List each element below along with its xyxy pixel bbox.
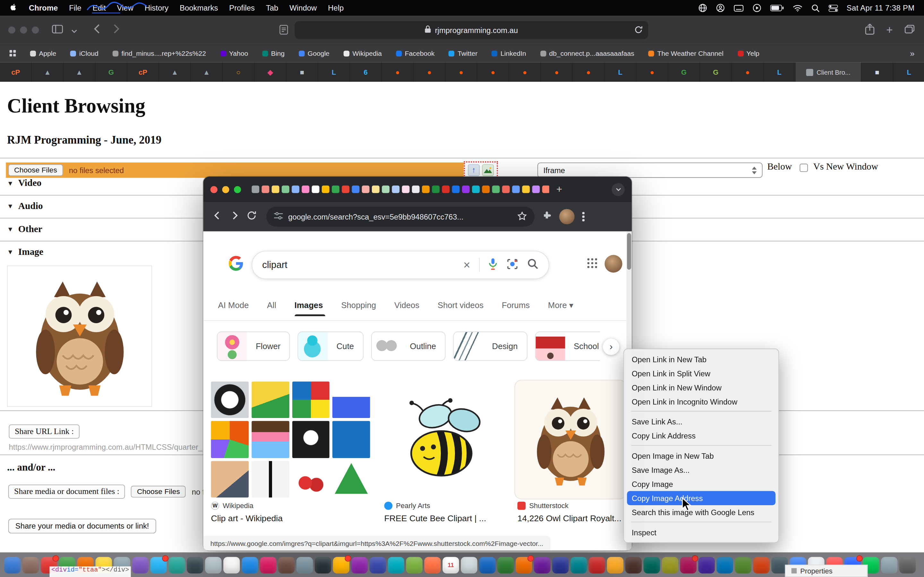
reload-icon[interactable] [635, 26, 642, 35]
menu-bar-item[interactable]: Window [289, 3, 317, 13]
globe-icon[interactable] [698, 3, 707, 13]
dock-icon[interactable] [333, 557, 349, 573]
dock-icon[interactable] [351, 557, 368, 573]
browser-tab[interactable]: ▲ [63, 63, 95, 82]
mini-tab-favicon[interactable] [362, 185, 370, 193]
mini-tab-favicon[interactable] [382, 185, 389, 193]
bookmark-item[interactable]: Yahoo [220, 50, 248, 57]
dock-icon[interactable] [406, 557, 423, 573]
mini-tab-favicon[interactable] [332, 185, 339, 193]
context-menu-item[interactable]: Search this image with Google Lens [624, 505, 779, 519]
results-nav-tab[interactable]: Videos [394, 300, 422, 316]
minimize-window-button[interactable] [222, 185, 229, 193]
battery-icon[interactable] [770, 5, 783, 11]
section-header-other[interactable]: ▼ Other [7, 224, 42, 234]
dock-icon[interactable] [388, 557, 404, 573]
menu-bar-item[interactable]: Help [328, 3, 344, 13]
browser-tab[interactable]: L [893, 63, 924, 82]
profile-avatar[interactable] [604, 255, 622, 272]
dock-icon[interactable] [497, 557, 514, 573]
bookmark-item[interactable]: Bing [262, 50, 284, 57]
dock-icon[interactable] [260, 557, 276, 573]
browser-tab[interactable]: ● [541, 63, 573, 82]
browser-tab[interactable]: L [764, 63, 795, 82]
wifi-icon[interactable] [792, 5, 803, 11]
vs-new-window-checkbox[interactable] [800, 164, 808, 172]
search-chip[interactable]: Outline [371, 332, 445, 361]
active-tab[interactable]: Client Bro... [796, 63, 862, 82]
mini-tab-favicon[interactable] [372, 185, 380, 193]
now-playing-icon[interactable] [752, 3, 761, 13]
results-nav-tab[interactable]: More ▾ [548, 300, 573, 316]
menu-bar-item[interactable]: Profiles [229, 3, 255, 13]
mini-tab-favicon[interactable] [402, 185, 410, 193]
profile-avatar[interactable] [559, 209, 575, 224]
dock-icon[interactable] [716, 557, 733, 573]
menu-bar-item[interactable]: Chrome [29, 3, 58, 13]
context-menu-item[interactable]: Open Link in Split View [624, 366, 779, 380]
dock-icon[interactable] [589, 557, 605, 573]
share-url-input[interactable]: https://www.rjmprogramming.com.au/HTMLCS… [9, 443, 209, 452]
choose-files-button[interactable]: Choose Files [8, 164, 63, 176]
context-menu-item[interactable]: Open Link in Incognito Window [624, 395, 779, 409]
mini-tab-favicon[interactable] [292, 185, 299, 193]
chevron-down-icon[interactable] [71, 25, 77, 35]
apple-menu-icon[interactable] [9, 2, 18, 13]
chips-next-arrow[interactable]: › [603, 338, 619, 355]
browser-tab[interactable]: ● [477, 63, 509, 82]
mini-tab-favicon[interactable] [302, 185, 309, 193]
context-menu-item[interactable]: Save Link As... [624, 414, 779, 429]
section-header-video[interactable]: ▼ Video [7, 178, 41, 189]
forward-button[interactable] [230, 211, 239, 223]
browser-tab[interactable]: G [700, 63, 732, 82]
results-nav-tab[interactable]: Images [294, 300, 325, 316]
user-switch-icon[interactable] [716, 3, 725, 13]
dock-icon[interactable] [242, 557, 258, 573]
browser-tab[interactable]: ● [382, 63, 414, 82]
mini-tab-favicon[interactable] [252, 185, 259, 193]
keyboard-icon[interactable] [733, 5, 743, 11]
dock-icon[interactable] [278, 557, 294, 573]
clipart-collage-result[interactable] [211, 382, 370, 498]
mini-tab-favicon[interactable] [442, 185, 450, 193]
dock-icon[interactable] [680, 557, 696, 573]
menu-bar-item[interactable]: Tab [266, 3, 278, 13]
new-tab-button[interactable]: + [886, 23, 893, 36]
browser-tab[interactable]: L [604, 63, 636, 82]
google-apps-grid-icon[interactable] [587, 258, 598, 271]
mini-tab-favicon[interactable] [282, 185, 289, 193]
browser-tab[interactable]: ■ [861, 63, 893, 82]
tab-overview-icon[interactable] [905, 24, 914, 35]
context-menu-item[interactable]: Open Link in New Tab [624, 352, 779, 366]
dock-icon[interactable]: 11 [443, 557, 459, 573]
section-header-image[interactable]: ▼ Image [7, 247, 43, 258]
mini-tab-favicon[interactable] [352, 185, 360, 193]
context-menu-item[interactable]: Save Image As... [624, 463, 779, 477]
dock-icon[interactable] [735, 557, 751, 573]
dock-icon[interactable] [607, 557, 624, 573]
bookmarks-grid-icon[interactable] [9, 50, 16, 57]
clear-search-icon[interactable]: × [463, 259, 470, 271]
reload-icon[interactable] [247, 211, 256, 223]
browser-tab[interactable]: ● [414, 63, 445, 82]
dock-icon[interactable] [150, 557, 166, 573]
search-input[interactable]: clipart × [252, 251, 549, 279]
dock-icon[interactable] [132, 557, 148, 573]
dock-icon[interactable] [515, 557, 532, 573]
browser-tab[interactable]: ■ [286, 63, 318, 82]
bookmark-item[interactable]: Google [299, 50, 330, 57]
dock-icon[interactable] [296, 557, 313, 573]
section-header-audio[interactable]: ▼ Audio [7, 201, 43, 211]
browser-tab[interactable]: G [95, 63, 128, 82]
dock-icon[interactable] [223, 557, 240, 573]
mini-tab-favicon[interactable] [432, 185, 439, 193]
mini-tab-favicon[interactable] [422, 185, 430, 193]
voice-search-icon[interactable] [489, 258, 498, 272]
context-menu-item[interactable]: Copy Image Address [627, 491, 775, 505]
dock-icon[interactable] [625, 557, 642, 573]
bookmark-item[interactable]: find_minus....rep+%22s%22 [113, 50, 206, 57]
mini-tab-favicon[interactable] [522, 185, 530, 193]
sidebar-toggle-icon[interactable] [52, 24, 63, 35]
browser-tab[interactable]: G [668, 63, 700, 82]
dock-icon[interactable] [534, 557, 550, 573]
